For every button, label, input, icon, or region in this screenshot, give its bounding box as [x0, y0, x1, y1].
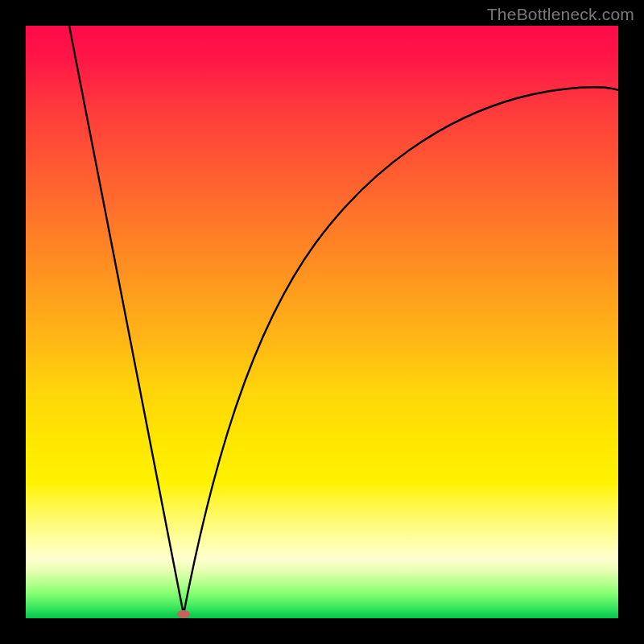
- chart-svg: [26, 26, 618, 618]
- watermark-text: TheBottleneck.com: [487, 5, 634, 24]
- curve-left-branch: [69, 26, 184, 614]
- minimum-marker: [177, 610, 190, 618]
- curve-right-branch: [184, 87, 618, 614]
- chart-plot-area: [26, 26, 618, 618]
- chart-frame: TheBottleneck.com: [0, 0, 644, 644]
